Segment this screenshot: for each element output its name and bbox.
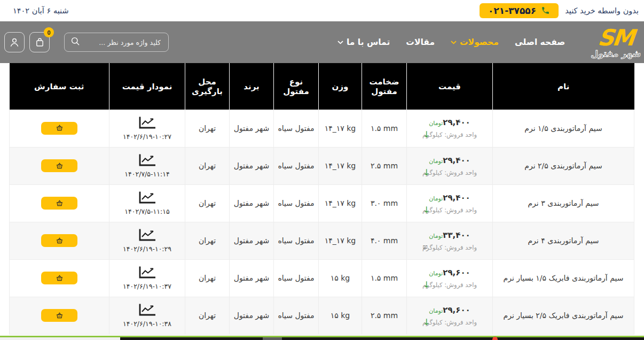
cart-icon	[34, 37, 45, 48]
nav-articles[interactable]: مقالات	[406, 37, 435, 47]
price-trend-icon: ↓	[423, 168, 430, 177]
col-header-chart: نمودار قیمت	[109, 63, 185, 110]
basket-icon	[56, 274, 64, 282]
price-chart-cell: ۱۴۰۲/۷/۵-۱۱:۱۵	[109, 184, 185, 222]
product-price-cell: ۲۹,۴۰۰تومان واحد فروش: کیلوگرم ↓	[407, 184, 493, 222]
product-brand: شهر مفتول	[230, 259, 274, 297]
price-chart-cell: ۱۴۰۲/۶/۱۹-۱۰:۲۹	[109, 222, 185, 259]
price-trend-icon: ↓	[423, 130, 430, 139]
nav-home[interactable]: صفحه اصلی	[515, 37, 565, 47]
product-price-cell: ۳۳,۴۰۰تومان واحد فروش: کیلوگرم ▯▯	[407, 222, 493, 259]
price-value: ۲۹,۶۰۰	[443, 305, 470, 315]
header-row: نام قیمت ضخامت مفتول وزن نوع مفتول برند …	[10, 63, 634, 110]
price-chart-icon[interactable]	[138, 191, 156, 204]
nav-products[interactable]: محصولات	[451, 37, 499, 47]
product-type: مفتول سیاه	[274, 110, 319, 147]
logo-sm-text: SM	[590, 27, 642, 49]
order-cell	[10, 222, 109, 259]
currency-label: تومان	[429, 270, 443, 277]
order-button[interactable]	[41, 234, 77, 247]
product-brand: شهر مفتول	[230, 184, 274, 222]
order-button[interactable]	[41, 122, 77, 135]
product-row: سیم آرماتوربندی فابریک ۱/۵ بسیار نرم ۲۹,…	[10, 259, 634, 297]
product-brand: شهر مفتول	[230, 297, 274, 334]
unit-label: واحد فروش: کیلوگرم	[409, 281, 490, 289]
price-line: ۳۳,۴۰۰تومان	[409, 230, 490, 240]
currency-label: تومان	[429, 195, 443, 202]
unit-label: واحد فروش: کیلوگرم	[409, 206, 490, 214]
price-chart-date: ۱۴۰۲/۶/۱۹-۱۰:۳۷	[112, 282, 183, 290]
product-thickness: ۲.۵ mm	[362, 297, 407, 334]
price-chart-icon[interactable]	[138, 116, 156, 129]
price-line: ۲۹,۴۰۰تومان	[409, 118, 490, 127]
price-trend-icon: ↓	[423, 206, 430, 214]
cart-count-badge: 0	[44, 27, 54, 37]
basket-icon	[56, 237, 64, 245]
product-name: سیم آرماتوربندی ۱/۵ نرم	[493, 110, 634, 147]
cart-button[interactable]: 0	[29, 32, 50, 52]
basket-icon	[56, 124, 64, 132]
order-button[interactable]	[41, 309, 77, 322]
price-chart-icon[interactable]	[138, 228, 156, 242]
scrollbar-thumb[interactable]	[263, 337, 282, 340]
price-line: ۲۹,۶۰۰تومان	[409, 305, 490, 315]
product-type: مفتول سیاه	[274, 297, 319, 334]
product-weight: ۱۵ kg	[319, 297, 362, 334]
product-weight: ۱۴_۱۷ kg	[319, 222, 362, 259]
topbar-contact-group: بدون واسطه خرید کنید ۰۲۱-۳۷۵۵۶	[480, 3, 639, 18]
topbar-cta-text: بدون واسطه خرید کنید	[565, 6, 639, 15]
chevron-down-icon	[337, 41, 343, 44]
product-thickness: ۴.۰ mm	[362, 222, 407, 259]
price-chart-icon[interactable]	[138, 303, 156, 316]
products-table-head: نام قیمت ضخامت مفتول وزن نوع مفتول برند …	[10, 63, 634, 110]
order-button[interactable]	[41, 197, 77, 210]
chat-widget-dot[interactable]	[492, 337, 498, 340]
price-chart-cell: ۱۴۰۲/۶/۱۹-۱۰:۳۸	[109, 297, 185, 334]
product-row: سیم آرماتوربندی فابریک ۲/۵ بسیار نرم ۲۹,…	[10, 297, 634, 334]
basket-icon	[56, 162, 64, 170]
product-row: سیم آرماتوربندی ۲/۵ نرم ۲۹,۴۰۰تومان واحد…	[10, 147, 634, 184]
product-location: تهران	[185, 222, 230, 259]
order-button[interactable]	[41, 272, 77, 284]
product-type: مفتول سیاه	[274, 222, 319, 259]
col-header-weight: وزن	[319, 63, 362, 110]
product-location: تهران	[185, 147, 230, 184]
col-header-thickness: ضخامت مفتول	[362, 63, 407, 110]
nav-contact[interactable]: تماس با ما	[337, 37, 390, 47]
product-price-cell: ۲۹,۶۰۰تومان واحد فروش: کیلوگرم ↓	[407, 259, 493, 297]
price-trend-icon: ↓	[423, 281, 430, 289]
product-thickness: ۳.۰ mm	[362, 184, 407, 222]
order-button[interactable]	[41, 159, 77, 172]
col-header-brand: برند	[230, 63, 274, 110]
product-price-cell: ۲۹,۴۰۰تومان واحد فروش: کیلوگرم ↓	[407, 110, 493, 147]
phone-icon	[541, 6, 550, 15]
product-name: سیم آرماتوربندی فابریک ۲/۵ بسیار نرم	[493, 297, 634, 334]
price-chart-icon[interactable]	[138, 153, 156, 167]
search-icon	[70, 36, 81, 49]
price-chart-date: ۱۴۰۲/۶/۱۹-۱۰:۲۷	[112, 133, 183, 141]
price-chart-icon[interactable]	[138, 266, 156, 279]
product-weight: ۱۴_۱۷ kg	[319, 147, 362, 184]
price-chart-cell: ۱۴۰۲/۶/۱۹-۱۰:۲۷	[109, 110, 185, 147]
currency-label: تومان	[429, 158, 443, 165]
products-table: نام قیمت ضخامت مفتول وزن نوع مفتول برند …	[9, 63, 634, 335]
col-header-type: نوع مفتول	[274, 63, 319, 110]
currency-label: تومان	[429, 307, 443, 314]
topbar: بدون واسطه خرید کنید ۰۲۱-۳۷۵۵۶ شنبه ۶ آب…	[0, 0, 644, 21]
price-chart-cell: ۱۴۰۲/۶/۱۹-۱۰:۳۷	[109, 259, 185, 297]
product-location: تهران	[185, 259, 230, 297]
price-line: ۲۹,۴۰۰تومان	[409, 156, 490, 165]
phone-badge[interactable]: ۰۲۱-۳۷۵۵۶	[480, 3, 559, 18]
product-name: سیم آرماتوربندی فابریک ۱/۵ بسیار نرم	[493, 259, 634, 297]
user-button[interactable]	[4, 32, 25, 52]
price-chart-date: ۱۴۰۲/۶/۱۹-۱۰:۳۸	[112, 320, 183, 328]
nav-articles-label: مقالات	[406, 37, 435, 47]
chevron-down-icon	[451, 41, 457, 44]
unit-label: واحد فروش: کیلوگرم	[409, 169, 490, 176]
scrollbar-track	[120, 337, 644, 340]
product-thickness: ۱.۵ mm	[362, 259, 407, 297]
product-thickness: ۲.۵ mm	[362, 147, 407, 184]
logo[interactable]: SM شهر مفتول	[591, 27, 641, 58]
date-label: شنبه ۶ آبان ۱۴۰۲	[13, 6, 69, 15]
product-name: سیم آرماتوربندی ۳ نرم	[493, 184, 634, 222]
